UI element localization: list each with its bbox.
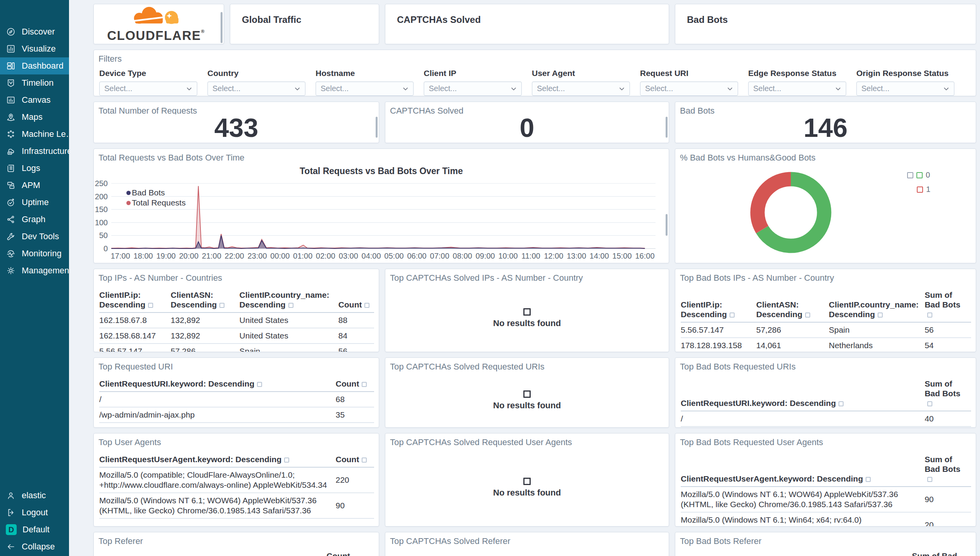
filter-device-type: Device TypeSelect... — [99, 69, 197, 96]
table-header-row: ClientRequestUserAgent.keyword: Descendi… — [99, 453, 374, 467]
sidebar-item-discover[interactable]: Discover — [0, 23, 69, 40]
filter-select-edge-response-status[interactable]: Select... — [748, 81, 846, 96]
column-header-clientrequesturi-keyword-descending[interactable]: ClientRequestURI.keyword: Descending — [681, 377, 925, 411]
sidebar-item-graph[interactable]: Graph — [0, 211, 69, 228]
sidebar-footer-label: elastic — [22, 490, 46, 501]
sidebar-footer-item-logout[interactable]: Logout — [0, 504, 69, 521]
sidebar-item-dev-tools[interactable]: Dev Tools — [0, 228, 69, 245]
panel-scrollbar[interactable] — [376, 117, 378, 138]
table-cell: / — [681, 411, 925, 426]
table-cell: 220 — [336, 467, 374, 493]
no-results-label: No results found — [493, 488, 561, 498]
column-header-label: Count — [336, 379, 359, 388]
table-cell: Mozilla/5.0 (Windows NT 6.1; WOW64) Appl… — [99, 493, 336, 518]
column-header-label: ClientRequestURI.keyword: Descending — [99, 379, 254, 388]
no-results-label: No results found — [493, 318, 561, 328]
column-header-label: Sum of Bad Bots — [925, 290, 960, 309]
donut-chart — [744, 166, 837, 259]
column-header-clientip-country-name-descending[interactable]: ClientIP.country_name: Descending — [829, 288, 925, 322]
donut-legend-item-0[interactable]: 0 — [907, 171, 930, 180]
table-cell: Mozilla/5.0 (compatible; CloudFlare-Alwa… — [99, 467, 336, 493]
graph-icon — [6, 214, 16, 224]
sidebar-item-logs[interactable]: Logs — [0, 160, 69, 177]
sidebar-item-maps[interactable]: Maps — [0, 109, 69, 126]
legend-toggle-square — [907, 172, 913, 178]
column-header-count[interactable]: Count — [336, 377, 374, 392]
filter-label: Edge Response Status — [748, 69, 846, 78]
donut-panel-title: % Bad Bots vs Humans&Good Bots — [675, 149, 976, 163]
sidebar-item-apm[interactable]: APM — [0, 177, 69, 194]
column-header-clientip-country-name-descending[interactable]: ClientIP.country_name: Descending — [240, 288, 338, 313]
column-header-clientasn-descending[interactable]: ClientASN: Descending — [756, 288, 829, 322]
cloudflare-logo: CLOUDFLARE® — [94, 4, 224, 44]
data-table: ClientRequestURI.keyword: DescendingCoun… — [99, 377, 374, 428]
column-header-count[interactable]: Count — [336, 453, 374, 467]
table-body: 162.158.67.8132,892United States88162.15… — [99, 313, 374, 352]
filter-label: Request URI — [640, 69, 738, 78]
filter-select-client-ip[interactable]: Select... — [424, 81, 522, 96]
sidebar-item-canvas[interactable]: Canvas — [0, 92, 69, 109]
column-header-sum-of-bad-bots[interactable]: Sum of Bad Bots — [925, 453, 971, 487]
svg-text:15:00: 15:00 — [612, 252, 632, 260]
svg-text:09:00: 09:00 — [476, 252, 495, 260]
sidebar-item-uptime[interactable]: Uptime — [0, 194, 69, 211]
sidebar-item-monitoring[interactable]: Monitoring — [0, 245, 69, 262]
table-row: Mozilla/5.0 (Windows NT 6.1; WOW64) Appl… — [99, 493, 374, 518]
table-row: /wp-admin/admin-post.php16 — [99, 423, 374, 428]
svg-text:06:00: 06:00 — [407, 252, 426, 260]
legend-item-bad-bots[interactable]: Bad Bots — [126, 188, 186, 198]
table-panel-title: Top CAPTCHAs Solved IPs - AS Number - Co… — [385, 269, 669, 283]
column-header-clientip-ip-descending[interactable]: ClientIP.ip: Descending — [681, 288, 756, 322]
filter-user-agent: User AgentSelect... — [532, 69, 630, 96]
panel-metric-captchas-solved: CAPTCHAs Solved0 — [385, 102, 669, 143]
sidebar-item-infrastructure[interactable]: Infrastructure — [0, 143, 69, 160]
dev-tools-icon — [6, 231, 16, 242]
panel-scrollbar[interactable] — [666, 117, 668, 138]
sidebar-item-timelion[interactable]: Timelion — [0, 74, 69, 92]
column-header-clientrequestuseragent-keyword-descending[interactable]: ClientRequestUserAgent.keyword: Descendi… — [99, 453, 336, 467]
column-header-sum-of-bad-bots[interactable]: Sum of Bad Bots — [925, 288, 971, 322]
sidebar-footer-item-collapse[interactable]: Collapse — [0, 538, 69, 555]
table-row: 178.128.193.15814,061Netherlands54 — [681, 338, 971, 352]
sort-square-icon — [866, 477, 871, 482]
sidebar-item-label: Graph — [22, 214, 45, 224]
column-header-sum-of-bad-bots[interactable]: Sum of Bad Bots — [925, 377, 971, 411]
donut-legend-item-1[interactable]: 1 — [907, 185, 930, 194]
table-cell: / — [99, 392, 336, 407]
filter-select-country[interactable]: Select... — [207, 81, 305, 96]
data-table: ClientRequestURI.keyword: DescendingSum … — [681, 377, 971, 428]
sidebar-item-management[interactable]: Management — [0, 262, 69, 279]
registered-mark: ® — [201, 29, 205, 34]
legend-item-total-requests[interactable]: Total Requests — [126, 198, 186, 208]
sidebar-item-machine-le[interactable]: Machine Le… — [0, 126, 69, 143]
filter-select-request-uri[interactable]: Select... — [640, 81, 738, 96]
select-placeholder: Select... — [861, 84, 889, 93]
table-cell: 14,061 — [756, 338, 829, 352]
sidebar-footer-item-default[interactable]: DDefault — [0, 521, 69, 538]
visualization-icon — [523, 390, 531, 398]
filter-select-hostname[interactable]: Select... — [316, 81, 414, 96]
column-header-clientrequesturi-keyword-descending[interactable]: ClientRequestURI.keyword: Descending — [99, 377, 336, 392]
filter-select-device-type[interactable]: Select... — [99, 81, 197, 96]
panel-scrollbar[interactable] — [221, 12, 223, 43]
visualization-icon — [523, 308, 531, 316]
column-header-clientrequestuseragent-keyword-descending[interactable]: ClientRequestUserAgent.keyword: Descendi… — [681, 453, 925, 487]
sidebar-item-visualize[interactable]: Visualize — [0, 40, 69, 57]
table-header-row: ClientIP.ip: DescendingClientASN: Descen… — [681, 288, 971, 322]
sidebar-footer-item-elastic[interactable]: elastic — [0, 487, 69, 504]
panel-top-bad-bots-requested-uris: Top Bad Bots Requested URIsClientRequest… — [675, 357, 976, 428]
column-header-count[interactable]: Count — [338, 288, 374, 313]
filter-select-origin-response-status[interactable]: Select... — [856, 81, 954, 96]
column-header-clientasn-descending[interactable]: ClientASN: Descending — [171, 288, 239, 313]
svg-text:02:00: 02:00 — [316, 252, 335, 260]
no-results-message: No results found — [385, 449, 669, 526]
column-header-clientip-ip-descending[interactable]: ClientIP.ip: Descending — [99, 288, 171, 313]
filters-panel-title: Filters — [94, 50, 976, 64]
table-cell: /wp-admin/admin-ajax.php — [681, 426, 925, 428]
panel-scrollbar[interactable] — [666, 214, 668, 236]
sidebar-item-dashboard[interactable]: Dashboard — [0, 57, 69, 74]
sort-square-icon — [362, 382, 367, 387]
filter-select-user-agent[interactable]: Select... — [532, 81, 630, 96]
apm-icon — [6, 180, 16, 190]
table-header-row: ClientRequestURI.keyword: DescendingCoun… — [99, 377, 374, 392]
